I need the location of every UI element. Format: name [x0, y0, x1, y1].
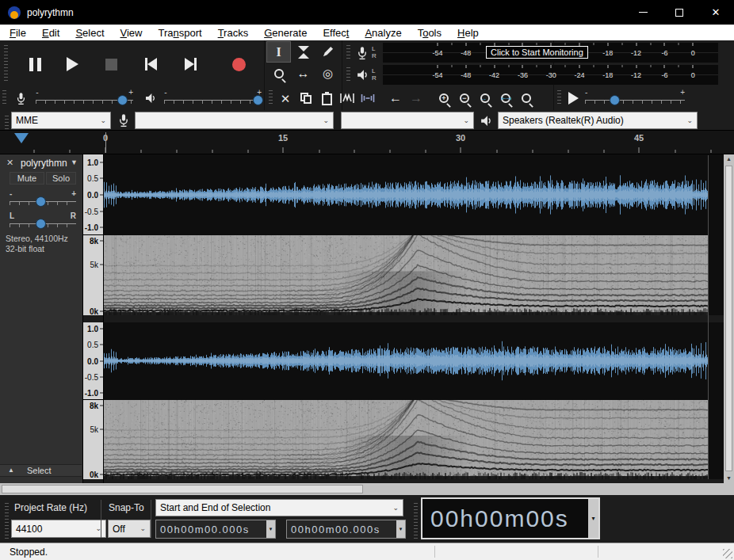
monitoring-tooltip[interactable]: Click to Start Monitoring — [486, 46, 588, 59]
zoom-toggle-button[interactable] — [516, 89, 537, 108]
audio-position-display[interactable]: 00h00m00s ▾ — [421, 497, 600, 539]
selection-end-field[interactable]: 00h00m00.000s ▾ — [286, 520, 406, 539]
playback-volume-slider[interactable]: - + — [162, 90, 263, 107]
selection-tool-button[interactable]: I — [266, 41, 291, 63]
track-menu-caret-icon[interactable]: ▼ — [71, 159, 78, 166]
toolbar-grip[interactable] — [5, 116, 9, 131]
multi-tool-button[interactable]: ◎ — [315, 63, 340, 84]
record-button[interactable] — [224, 48, 253, 80]
meter-tick — [664, 65, 665, 68]
audio-host-select[interactable]: MME ⌄ — [11, 112, 111, 129]
timeline-ruler[interactable]: 0153045 — [0, 131, 734, 154]
play-button[interactable] — [58, 48, 86, 80]
envelope-tool-button[interactable] — [291, 41, 315, 63]
menu-help[interactable]: Help — [449, 26, 487, 40]
menu-tracks[interactable]: Tracks — [210, 26, 257, 40]
undo-button[interactable]: ← — [385, 89, 406, 108]
play-at-speed-icon[interactable] — [568, 92, 579, 105]
toolbar-grip[interactable] — [2, 90, 6, 106]
redo-button[interactable]: → — [406, 89, 426, 108]
menu-select[interactable]: Select — [67, 26, 112, 40]
recording-volume-slider[interactable]: - + — [34, 90, 135, 107]
menu-effect[interactable]: Effect — [315, 26, 357, 40]
snap-to-select[interactable]: Off ⌄ — [108, 520, 151, 538]
close-button[interactable]: ✕ — [698, 0, 734, 25]
cut-button[interactable]: ✕ — [275, 89, 296, 108]
menu-tools[interactable]: Tools — [410, 26, 449, 40]
playback-meter[interactable]: -54-48-42-36-30-24-18-12-60 — [383, 65, 718, 85]
toolbar-grip[interactable] — [346, 45, 350, 60]
pan-slider[interactable]: L R — [8, 213, 78, 230]
recording-device-select[interactable]: ⌄ — [135, 112, 334, 129]
slider-thumb[interactable] — [610, 95, 620, 105]
toolbar-grip[interactable] — [346, 67, 350, 82]
menu-generate[interactable]: Generate — [256, 26, 315, 40]
fit-selection-button[interactable]: ↔ — [475, 89, 495, 108]
zoom-tool-button[interactable] — [266, 63, 291, 84]
vertical-scrollbar[interactable]: ▲ ▼ — [724, 154, 734, 483]
toolbar-grip[interactable] — [414, 503, 418, 541]
slider-thumb[interactable] — [36, 196, 46, 207]
vertical-scrollbar-thumb[interactable] — [725, 166, 732, 471]
waveform-right-channel[interactable] — [104, 322, 708, 399]
selection-start-field[interactable]: 00h00m00.000s ▾ — [155, 520, 276, 539]
time-shift-tool-button[interactable]: ↔ — [291, 63, 315, 84]
meter-tick — [565, 43, 566, 45]
zoom-out-button[interactable]: − — [454, 89, 475, 108]
maximize-button[interactable] — [661, 0, 698, 25]
copy-button[interactable] — [296, 89, 316, 108]
horizontal-scrollbar[interactable] — [0, 483, 724, 495]
spectrogram-right-channel[interactable] — [104, 400, 708, 479]
slider-thumb[interactable] — [36, 219, 46, 229]
skip-to-start-button[interactable] — [136, 48, 165, 80]
scroll-down-icon[interactable]: ▼ — [724, 474, 734, 482]
solo-button[interactable]: Solo — [46, 172, 76, 185]
slider-thumb[interactable] — [253, 95, 263, 105]
zoom-in-icon: + — [439, 93, 449, 103]
stop-button[interactable] — [97, 48, 125, 80]
menu-transport[interactable]: Transport — [150, 26, 209, 40]
toolbar-grip[interactable] — [269, 90, 273, 106]
spinner-down-icon[interactable]: ▾ — [396, 520, 405, 538]
meter-tick — [438, 65, 438, 68]
playhead-pin-icon[interactable] — [14, 133, 29, 143]
vertical-scale-ruler[interactable]: 1.01.00.50.50.00.0-0.5-0.5-1.0-1.08k8k5k… — [83, 154, 104, 483]
toolbar-grip[interactable] — [4, 45, 8, 83]
minimize-button[interactable] — [625, 0, 661, 25]
project-rate-select[interactable]: 44100 ⌄ — [11, 520, 106, 538]
spinner-down-icon[interactable]: ▾ — [588, 499, 598, 538]
silence-audio-button[interactable] — [357, 89, 378, 108]
scroll-up-icon[interactable]: ▲ — [724, 155, 734, 163]
waveform-left-channel[interactable] — [104, 155, 708, 234]
recording-meter[interactable]: Click to Start Monitoring -54-48-42-36-3… — [383, 43, 718, 63]
gain-slider[interactable]: - + — [8, 191, 78, 208]
trim-audio-button[interactable] — [337, 89, 357, 108]
toolbar-grip[interactable] — [557, 90, 561, 106]
toolbar-grip[interactable] — [5, 503, 9, 541]
recording-channels-select[interactable]: ⌄ — [341, 112, 474, 129]
menu-view[interactable]: View — [113, 26, 151, 40]
project-rate-label: Project Rate (Hz) — [14, 502, 87, 513]
track-close-button[interactable]: ✕ — [6, 158, 13, 167]
play-speed-slider[interactable]: - + — [583, 90, 686, 107]
resize-grip[interactable] — [723, 549, 732, 558]
spectrogram-left-channel[interactable] — [104, 235, 708, 315]
menu-file[interactable]: File — [2, 26, 34, 40]
draw-tool-button[interactable] — [315, 41, 340, 63]
selection-mode-select[interactable]: Start and End of Selection ⌄ — [155, 499, 403, 516]
skip-to-end-button[interactable] — [176, 48, 205, 80]
track-select-button[interactable]: ▲ Select — [0, 464, 82, 477]
track-title[interactable]: polyrythmn — [21, 158, 67, 169]
menu-edit[interactable]: Edit — [34, 26, 67, 40]
mute-button[interactable]: Mute — [10, 172, 44, 185]
meter-tick — [679, 43, 679, 45]
menu-analyze[interactable]: Analyze — [357, 26, 409, 40]
horizontal-scrollbar-thumb[interactable] — [2, 485, 363, 493]
fit-project-button[interactable]: ⇤⇥ — [495, 89, 516, 108]
playback-device-select[interactable]: Speakers (Realtek(R) Audio) ⌄ — [498, 112, 698, 129]
slider-thumb[interactable] — [117, 95, 128, 105]
pause-button[interactable] — [21, 48, 49, 80]
paste-button[interactable] — [316, 89, 337, 108]
spinner-down-icon[interactable]: ▾ — [266, 520, 275, 538]
zoom-in-button[interactable]: + — [434, 89, 454, 108]
